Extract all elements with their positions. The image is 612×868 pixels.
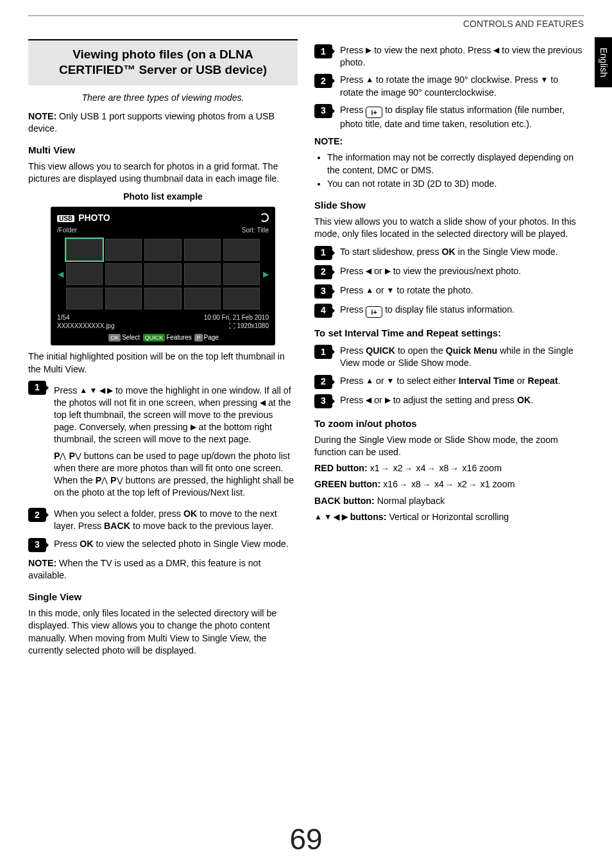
arrow-right-icon: → xyxy=(427,463,436,474)
sv-step-3: 3 Press i+ to display file status inform… xyxy=(314,104,584,131)
note-dmr-text: When the TV is used as a DMR, this featu… xyxy=(28,558,260,580)
pl-info-right: 10:00 Fri, 21 Feb 2010 ⛶ 1920x1080 xyxy=(204,313,269,331)
arrow-right-icon: → xyxy=(422,479,430,490)
step-text: Press OK to view the selected photo in S… xyxy=(54,538,298,552)
mv-step-1-p2: P⋀ P⋁ buttons can be used to page up/dow… xyxy=(54,450,298,499)
step-text: Press ▶ to view the next photo. Press ◀ … xyxy=(340,44,584,69)
mv-step-1-p1: Press ▲ ▼ ◀ ▶ to move the highlight in o… xyxy=(54,385,298,446)
slide-show-heading: Slide Show xyxy=(314,199,584,212)
section-title: Viewing photo files (on a DLNA CERTIFIED… xyxy=(37,47,289,78)
single-view-heading: Single View xyxy=(28,591,298,603)
int-step-1: 1 Press QUICK to open the Quick Menu whi… xyxy=(314,345,584,369)
down-arrow-icon: ▼ xyxy=(541,76,548,83)
ss-step-1: 1 To start slideshow, press OK in the Si… xyxy=(314,246,584,260)
pl-thumb xyxy=(66,288,103,309)
sv-step-1: 1 Press ▶ to view the next photo. Press … xyxy=(314,44,584,69)
arrow-icons: ▲ ▼ ◀ ▶ xyxy=(80,386,113,394)
mv-step-3: 3 Press OK to view the selected photo in… xyxy=(28,538,298,552)
arrow-right-icon: → xyxy=(399,479,407,490)
note-label: NOTE: xyxy=(28,558,56,568)
zoom-back: BACK button: Normal playback xyxy=(314,495,584,507)
arrow-right-icon: → xyxy=(404,463,412,474)
step-number: 3 xyxy=(314,284,332,299)
up-arrow-icon: ▲ xyxy=(366,377,373,385)
up-arrow-icon: ▲ xyxy=(366,286,373,294)
pl-thumb xyxy=(184,288,221,309)
left-arrow-icon: ◀ xyxy=(493,46,499,54)
ss-step-3: 3 Press ▲ or ▼ to rotate the photo. xyxy=(314,284,584,299)
note-dmr: NOTE: When the TV is used as a DMR, this… xyxy=(28,557,298,582)
note-usb-text: Only USB 1 port supports viewing photos … xyxy=(28,111,275,134)
language-tab-label: English xyxy=(599,48,609,77)
pl-sort: Sort: Title xyxy=(242,226,269,235)
step-text: Press ▲ or ▼ to select either Interval T… xyxy=(340,375,584,389)
ss-step-2: 2 Press ◀ or ▶ to view the previous/next… xyxy=(314,265,584,279)
section-header: CONTROLS AND FEATURES xyxy=(28,15,584,29)
right-arrow-icon: ▶ xyxy=(385,396,391,404)
left-arrow-icon: ◀ xyxy=(366,396,371,404)
pl-select: Select xyxy=(122,334,140,341)
note-bullet: You can not rotate in 3D (2D to 3D) mode… xyxy=(327,178,584,190)
pl-thumb xyxy=(184,239,221,261)
left-arrow-icon: ◀ xyxy=(260,399,266,406)
info-button-icon: i+ xyxy=(366,306,382,318)
step-number: 1 xyxy=(314,44,332,58)
intro-italic: There are three types of viewing modes. xyxy=(28,92,298,104)
step-text: Press i+ to display file status informat… xyxy=(340,104,584,131)
pl-left-arrow: ◀ xyxy=(57,269,64,279)
pl-features: Features xyxy=(166,334,191,341)
pl-grid-wrap: ◀ xyxy=(57,239,269,309)
slide-show-body: This view allows you to watch a slide sh… xyxy=(314,216,584,240)
pl-info-left: 1/54 XXXXXXXXXXX.jpg xyxy=(57,313,115,331)
note-usb: NOTE: Only USB 1 port supports viewing p… xyxy=(28,110,298,135)
zoom-body: During the Single View mode or Slide Sho… xyxy=(314,434,584,458)
pl-filename: XXXXXXXXXXX.jpg xyxy=(57,322,115,331)
nav-arrows-icon: ▲ ▼ ◀ ▶ xyxy=(314,513,348,521)
pl-action-bar: OKSelect QUICKFeatures PPage xyxy=(57,333,269,342)
left-arrow-icon: ◀ xyxy=(366,267,371,275)
step-text: Press ◀ or ▶ to view the previous/next p… xyxy=(340,265,584,279)
pl-thumb xyxy=(144,239,181,261)
multi-view-heading: Multi View xyxy=(28,144,298,157)
pl-page: Page xyxy=(204,334,219,341)
p-down-icon: ⋁ xyxy=(117,476,123,484)
int-step-2: 2 Press ▲ or ▼ to select either Interval… xyxy=(314,375,584,389)
step-number: 2 xyxy=(314,375,332,389)
pl-thumb xyxy=(105,239,142,261)
left-column: Viewing photo files (on a DLNA CERTIFIED… xyxy=(28,39,298,661)
mv-step-2: 2 When you select a folder, press OK to … xyxy=(28,508,298,532)
step-text: Press i+ to display file status informat… xyxy=(340,304,584,318)
pl-right-arrow: ▶ xyxy=(262,269,269,279)
ss-step-4: 4 Press i+ to display file status inform… xyxy=(314,304,584,318)
pl-thumb xyxy=(66,263,103,285)
step-text: Press ▲ or ▼ to rotate the photo. xyxy=(340,284,584,299)
pl-thumb xyxy=(105,263,142,285)
pl-count: 1/54 xyxy=(57,313,115,322)
pl-thumb xyxy=(144,263,181,285)
pl-thumb xyxy=(66,239,103,261)
right-arrow-icon: ▶ xyxy=(366,46,371,54)
pl-thumb xyxy=(105,288,142,309)
zoom-green: GREEN button: x16→ x8→ x4→ x2→ x1 zoom xyxy=(314,478,584,490)
usb-icon: USB xyxy=(57,215,74,222)
step-text: Press ▲ ▼ ◀ ▶ to move the highlight in o… xyxy=(54,381,298,503)
down-arrow-icon: ▼ xyxy=(387,377,395,385)
step-text: Press ◀ or ▶ to adjust the setting and p… xyxy=(340,394,584,408)
pl-key-ok: OK xyxy=(108,334,121,342)
note-label: NOTE: xyxy=(28,111,56,121)
pl-sub-row: /Folder Sort: Title xyxy=(57,226,269,235)
pl-key-quick: QUICK xyxy=(143,334,166,342)
pl-path: /Folder xyxy=(57,226,77,235)
step-number: 2 xyxy=(314,74,332,88)
photo-list-caption: Photo list example xyxy=(28,191,298,203)
pl-title: USBPHOTO xyxy=(57,212,110,224)
pl-top-row: USBPHOTO xyxy=(57,212,269,224)
multi-view-body: This view allows you to search for photo… xyxy=(28,161,298,185)
zoom-red: RED button: x1→ x2→ x4→ x8→ x16 zoom xyxy=(314,462,584,474)
zoom-arrows: ▲ ▼ ◀ ▶ buttons: Vertical or Horizontal … xyxy=(314,511,584,523)
content-columns: Viewing photo files (on a DLNA CERTIFIED… xyxy=(28,39,584,661)
sv-step-2: 2 Press ▲ to rotate the image 90° clockw… xyxy=(314,74,584,98)
pl-thumb xyxy=(144,288,181,309)
after-list-text: The initial highlighted position will be… xyxy=(28,351,298,375)
pl-time: 10:00 Fri, 21 Feb 2010 xyxy=(204,313,269,322)
